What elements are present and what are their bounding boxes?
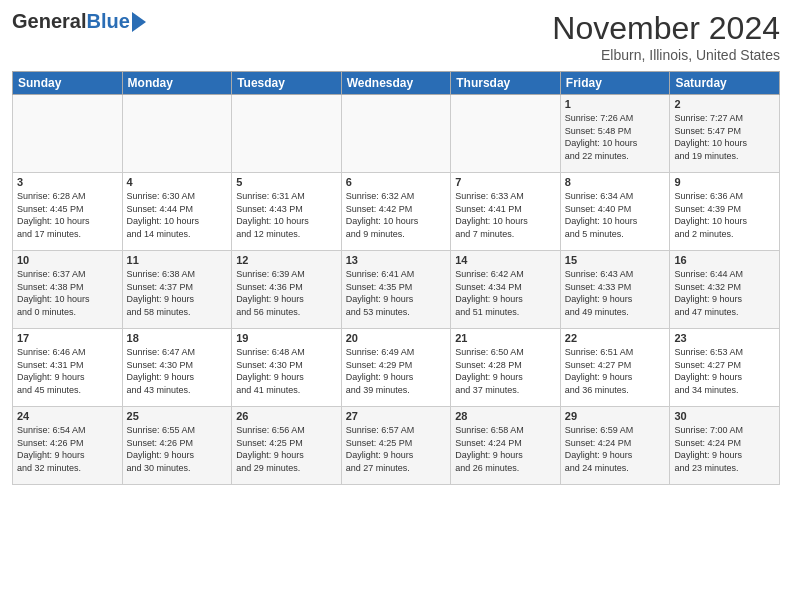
- table-row: 21Sunrise: 6:50 AM Sunset: 4:28 PM Dayli…: [451, 329, 561, 407]
- day-info: Sunrise: 6:53 AM Sunset: 4:27 PM Dayligh…: [674, 346, 775, 396]
- day-number: 29: [565, 410, 666, 422]
- day-number: 28: [455, 410, 556, 422]
- table-row: [13, 95, 123, 173]
- logo-arrow-icon: [132, 12, 146, 32]
- day-number: 9: [674, 176, 775, 188]
- day-info: Sunrise: 6:58 AM Sunset: 4:24 PM Dayligh…: [455, 424, 556, 474]
- table-row: 7Sunrise: 6:33 AM Sunset: 4:41 PM Daylig…: [451, 173, 561, 251]
- location-text: Elburn, Illinois, United States: [552, 47, 780, 63]
- table-row: 19Sunrise: 6:48 AM Sunset: 4:30 PM Dayli…: [232, 329, 342, 407]
- table-row: 9Sunrise: 6:36 AM Sunset: 4:39 PM Daylig…: [670, 173, 780, 251]
- day-number: 12: [236, 254, 337, 266]
- table-row: 23Sunrise: 6:53 AM Sunset: 4:27 PM Dayli…: [670, 329, 780, 407]
- day-info: Sunrise: 6:33 AM Sunset: 4:41 PM Dayligh…: [455, 190, 556, 240]
- col-saturday: Saturday: [670, 72, 780, 95]
- month-title: November 2024: [552, 10, 780, 47]
- col-wednesday: Wednesday: [341, 72, 451, 95]
- day-info: Sunrise: 7:00 AM Sunset: 4:24 PM Dayligh…: [674, 424, 775, 474]
- calendar-week-row: 1Sunrise: 7:26 AM Sunset: 5:48 PM Daylig…: [13, 95, 780, 173]
- day-number: 19: [236, 332, 337, 344]
- table-row: 18Sunrise: 6:47 AM Sunset: 4:30 PM Dayli…: [122, 329, 232, 407]
- day-info: Sunrise: 6:31 AM Sunset: 4:43 PM Dayligh…: [236, 190, 337, 240]
- table-row: 26Sunrise: 6:56 AM Sunset: 4:25 PM Dayli…: [232, 407, 342, 485]
- day-number: 1: [565, 98, 666, 110]
- table-row: [451, 95, 561, 173]
- table-row: [122, 95, 232, 173]
- day-number: 7: [455, 176, 556, 188]
- day-number: 6: [346, 176, 447, 188]
- calendar-week-row: 10Sunrise: 6:37 AM Sunset: 4:38 PM Dayli…: [13, 251, 780, 329]
- day-number: 14: [455, 254, 556, 266]
- day-info: Sunrise: 6:41 AM Sunset: 4:35 PM Dayligh…: [346, 268, 447, 318]
- table-row: 27Sunrise: 6:57 AM Sunset: 4:25 PM Dayli…: [341, 407, 451, 485]
- calendar-header-row: Sunday Monday Tuesday Wednesday Thursday…: [13, 72, 780, 95]
- day-info: Sunrise: 6:28 AM Sunset: 4:45 PM Dayligh…: [17, 190, 118, 240]
- table-row: 12Sunrise: 6:39 AM Sunset: 4:36 PM Dayli…: [232, 251, 342, 329]
- table-row: 29Sunrise: 6:59 AM Sunset: 4:24 PM Dayli…: [560, 407, 670, 485]
- day-number: 24: [17, 410, 118, 422]
- table-row: 30Sunrise: 7:00 AM Sunset: 4:24 PM Dayli…: [670, 407, 780, 485]
- day-number: 10: [17, 254, 118, 266]
- day-number: 11: [127, 254, 228, 266]
- day-info: Sunrise: 6:46 AM Sunset: 4:31 PM Dayligh…: [17, 346, 118, 396]
- table-row: 3Sunrise: 6:28 AM Sunset: 4:45 PM Daylig…: [13, 173, 123, 251]
- logo-blue: Blue: [86, 10, 129, 33]
- calendar-week-row: 17Sunrise: 6:46 AM Sunset: 4:31 PM Dayli…: [13, 329, 780, 407]
- table-row: 24Sunrise: 6:54 AM Sunset: 4:26 PM Dayli…: [13, 407, 123, 485]
- table-row: 6Sunrise: 6:32 AM Sunset: 4:42 PM Daylig…: [341, 173, 451, 251]
- day-info: Sunrise: 6:57 AM Sunset: 4:25 PM Dayligh…: [346, 424, 447, 474]
- table-row: 28Sunrise: 6:58 AM Sunset: 4:24 PM Dayli…: [451, 407, 561, 485]
- table-row: 4Sunrise: 6:30 AM Sunset: 4:44 PM Daylig…: [122, 173, 232, 251]
- day-number: 8: [565, 176, 666, 188]
- col-thursday: Thursday: [451, 72, 561, 95]
- table-row: 16Sunrise: 6:44 AM Sunset: 4:32 PM Dayli…: [670, 251, 780, 329]
- day-number: 20: [346, 332, 447, 344]
- day-number: 13: [346, 254, 447, 266]
- day-info: Sunrise: 6:48 AM Sunset: 4:30 PM Dayligh…: [236, 346, 337, 396]
- day-info: Sunrise: 7:27 AM Sunset: 5:47 PM Dayligh…: [674, 112, 775, 162]
- day-number: 3: [17, 176, 118, 188]
- day-info: Sunrise: 6:50 AM Sunset: 4:28 PM Dayligh…: [455, 346, 556, 396]
- day-number: 16: [674, 254, 775, 266]
- table-row: 17Sunrise: 6:46 AM Sunset: 4:31 PM Dayli…: [13, 329, 123, 407]
- table-row: 13Sunrise: 6:41 AM Sunset: 4:35 PM Dayli…: [341, 251, 451, 329]
- col-tuesday: Tuesday: [232, 72, 342, 95]
- col-monday: Monday: [122, 72, 232, 95]
- table-row: [341, 95, 451, 173]
- day-info: Sunrise: 6:47 AM Sunset: 4:30 PM Dayligh…: [127, 346, 228, 396]
- day-info: Sunrise: 6:51 AM Sunset: 4:27 PM Dayligh…: [565, 346, 666, 396]
- day-info: Sunrise: 6:42 AM Sunset: 4:34 PM Dayligh…: [455, 268, 556, 318]
- calendar-table: Sunday Monday Tuesday Wednesday Thursday…: [12, 71, 780, 485]
- col-friday: Friday: [560, 72, 670, 95]
- table-row: 11Sunrise: 6:38 AM Sunset: 4:37 PM Dayli…: [122, 251, 232, 329]
- day-number: 27: [346, 410, 447, 422]
- day-number: 5: [236, 176, 337, 188]
- calendar-week-row: 3Sunrise: 6:28 AM Sunset: 4:45 PM Daylig…: [13, 173, 780, 251]
- day-number: 4: [127, 176, 228, 188]
- page-container: General Blue November 2024 Elburn, Illin…: [0, 0, 792, 493]
- table-row: 2Sunrise: 7:27 AM Sunset: 5:47 PM Daylig…: [670, 95, 780, 173]
- table-row: 10Sunrise: 6:37 AM Sunset: 4:38 PM Dayli…: [13, 251, 123, 329]
- calendar-week-row: 24Sunrise: 6:54 AM Sunset: 4:26 PM Dayli…: [13, 407, 780, 485]
- day-number: 22: [565, 332, 666, 344]
- day-info: Sunrise: 6:30 AM Sunset: 4:44 PM Dayligh…: [127, 190, 228, 240]
- table-row: 14Sunrise: 6:42 AM Sunset: 4:34 PM Dayli…: [451, 251, 561, 329]
- day-info: Sunrise: 6:38 AM Sunset: 4:37 PM Dayligh…: [127, 268, 228, 318]
- day-number: 21: [455, 332, 556, 344]
- day-info: Sunrise: 7:26 AM Sunset: 5:48 PM Dayligh…: [565, 112, 666, 162]
- logo: General Blue: [12, 10, 146, 33]
- table-row: 5Sunrise: 6:31 AM Sunset: 4:43 PM Daylig…: [232, 173, 342, 251]
- table-row: [232, 95, 342, 173]
- day-info: Sunrise: 6:55 AM Sunset: 4:26 PM Dayligh…: [127, 424, 228, 474]
- col-sunday: Sunday: [13, 72, 123, 95]
- day-info: Sunrise: 6:44 AM Sunset: 4:32 PM Dayligh…: [674, 268, 775, 318]
- table-row: 20Sunrise: 6:49 AM Sunset: 4:29 PM Dayli…: [341, 329, 451, 407]
- day-info: Sunrise: 6:59 AM Sunset: 4:24 PM Dayligh…: [565, 424, 666, 474]
- page-header: General Blue November 2024 Elburn, Illin…: [12, 10, 780, 63]
- table-row: 8Sunrise: 6:34 AM Sunset: 4:40 PM Daylig…: [560, 173, 670, 251]
- day-number: 2: [674, 98, 775, 110]
- day-number: 17: [17, 332, 118, 344]
- day-number: 25: [127, 410, 228, 422]
- day-info: Sunrise: 6:54 AM Sunset: 4:26 PM Dayligh…: [17, 424, 118, 474]
- day-info: Sunrise: 6:56 AM Sunset: 4:25 PM Dayligh…: [236, 424, 337, 474]
